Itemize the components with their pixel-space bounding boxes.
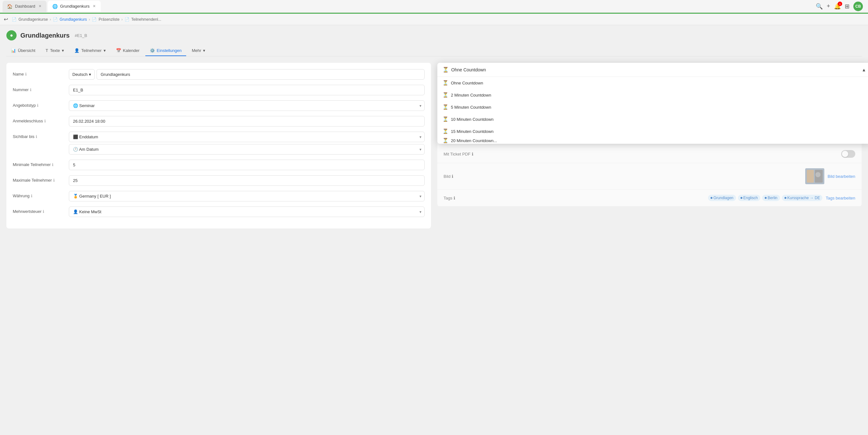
- control-mehrwertsteuer: 👤 Keine MwSt ▾: [69, 207, 425, 217]
- countdown-option-ohne[interactable]: ⏳ Ohne Countdown: [437, 77, 868, 89]
- help-icon-wahrung[interactable]: ℹ: [31, 194, 32, 198]
- control-min-teilnehmer: [69, 160, 425, 170]
- label-min-teilnehmer: Minimale Teilnehmer ℹ: [13, 160, 64, 167]
- tab-dashboard[interactable]: 🏠 Dashboard ✕: [3, 1, 46, 12]
- notification-button[interactable]: 🔔 1: [834, 3, 841, 10]
- tab-teilnehmer-icon: 👤: [74, 48, 80, 53]
- user-avatar[interactable]: CB: [853, 2, 863, 11]
- lang-chevron-icon: ▾: [89, 72, 91, 77]
- lang-select[interactable]: Deutsch ▾: [69, 69, 95, 80]
- label-max-teilnehmer: Maximale Teilnehmer ℹ: [13, 175, 64, 183]
- wahrung-select[interactable]: 🏅 Germany [ EUR ]: [69, 191, 425, 201]
- tab-texte-chevron: ▾: [62, 48, 64, 53]
- tab-grundlagenkurs-label: Grundlagenkurs: [60, 4, 90, 9]
- tab-einstellungen[interactable]: ⚙️ Einstellungen: [145, 45, 186, 56]
- help-icon-mehrwertsteuer[interactable]: ℹ: [43, 209, 44, 214]
- right-column: Countdown ℹ Freie Terminwahl ℹ Wartelist…: [437, 63, 862, 228]
- breadcrumb-icon-1: 📄: [12, 17, 17, 22]
- help-icon-name[interactable]: ℹ: [25, 72, 27, 76]
- tags-list: Grundlagen Englisch Berlin: [708, 195, 823, 201]
- min-teilnehmer-input[interactable]: [69, 160, 425, 170]
- notification-badge: 1: [838, 2, 842, 6]
- grundlagenkurs-tab-icon: 🌐: [52, 4, 58, 9]
- countdown-popup-trigger[interactable]: ⏳ Ohne Countdown ▲: [437, 63, 868, 77]
- mit-ticket-pdf-toggle-track[interactable]: [841, 150, 855, 158]
- tab-texte[interactable]: T Texte ▾: [41, 45, 68, 56]
- countdown-option-10min[interactable]: ⏳ 10 Minuten Countdown: [437, 113, 868, 125]
- countdown-option-5min[interactable]: ⏳ 5 Minuten Countdown: [437, 101, 868, 113]
- browser-chrome: 🏠 Dashboard ✕ 🌐 Grundlagenkurs ✕ 🔍 + 🔔 1…: [0, 0, 868, 13]
- countdown-option-20min[interactable]: ⏳ 20 Minuten Countdown...: [437, 137, 868, 144]
- control-max-teilnehmer: [69, 175, 425, 186]
- control-anmeldeschluss: [69, 116, 425, 126]
- bild-control: Bild bearbeiten: [805, 168, 855, 184]
- tag-berlin: Berlin: [762, 195, 780, 201]
- angebotstyp-select[interactable]: 🌐 Seminar: [69, 100, 425, 111]
- help-icon-bild[interactable]: ℹ: [452, 174, 453, 179]
- breadcrumb-label-3: Präsenzliste: [98, 17, 119, 22]
- sichtbar-bis-select-1[interactable]: ⬛ Enddatum: [69, 132, 425, 142]
- help-icon-min-teilnehmer[interactable]: ℹ: [52, 162, 54, 167]
- breadcrumb-item-teilnehmendenl[interactable]: 📄 Teilnehmendenl...: [125, 17, 161, 22]
- breadcrumb-label-4: Teilnehmendenl...: [131, 17, 161, 22]
- countdown-trigger-hourglass-icon: ⏳: [442, 67, 449, 73]
- countdown-trigger-value: Ohne Countdown: [452, 67, 486, 72]
- nummer-input[interactable]: [69, 85, 425, 95]
- search-button[interactable]: 🔍: [816, 3, 823, 10]
- help-icon-anmeldeschluss[interactable]: ℹ: [44, 119, 46, 123]
- countdown-option-2min[interactable]: ⏳ 2 Minuten Countdown: [437, 89, 868, 101]
- breadcrumb-icon-2: 📄: [53, 17, 58, 22]
- sichtbar-bis-value-1: ⬛ Enddatum: [73, 134, 98, 139]
- mit-ticket-pdf-toggle-thumb: [842, 151, 848, 157]
- help-icon-nummer[interactable]: ℹ: [30, 88, 32, 92]
- breadcrumb-item-grundlagenkurse[interactable]: 📄 Grundlagenkurse: [12, 17, 48, 22]
- help-icon-sichtbar-bis[interactable]: ℹ: [36, 134, 37, 139]
- name-input[interactable]: [97, 69, 425, 80]
- svg-point-3: [815, 172, 820, 177]
- tab-teilnehmer[interactable]: 👤 Teilnehmer ▾: [70, 45, 110, 56]
- max-teilnehmer-input[interactable]: [69, 175, 425, 186]
- mehrwertsteuer-select[interactable]: 👤 Keine MwSt: [69, 207, 425, 217]
- bild-edit-link[interactable]: Bild bearbeiten: [828, 174, 855, 179]
- tab-kalender[interactable]: 📅 Kalender: [112, 45, 144, 56]
- label-sichtbar-bis: Sichtbar bis ℹ: [13, 132, 64, 139]
- form-row-max-teilnehmer: Maximale Teilnehmer ℹ: [13, 175, 425, 186]
- mit-ticket-pdf-toggle[interactable]: [841, 150, 855, 158]
- tab-mehr[interactable]: Mehr ▾: [187, 45, 210, 56]
- control-wahrung: 🏅 Germany [ EUR ] ▾: [69, 191, 425, 201]
- tab-mehr-label: Mehr: [192, 48, 202, 53]
- tab-dashboard-label: Dashboard: [15, 4, 35, 9]
- tab-grundlagenkurs[interactable]: 🌐 Grundlagenkurs ✕: [48, 1, 101, 12]
- tab-ubersicht[interactable]: 📊 Übersicht: [6, 45, 40, 56]
- tag-grundlagen: Grundlagen: [708, 195, 736, 201]
- sichtbar-bis-select-2[interactable]: 🕐 Am Datum: [69, 144, 425, 155]
- help-icon-max-teilnehmer[interactable]: ℹ: [53, 178, 55, 183]
- breadcrumb-item-prasenzliste[interactable]: 📄 Präsenzliste: [92, 17, 119, 22]
- help-icon-angebotstyp[interactable]: ℹ: [37, 103, 38, 108]
- help-icon-mit-ticket-pdf[interactable]: ℹ: [472, 152, 473, 156]
- tags-edit-link[interactable]: Tags bearbeiten: [826, 196, 855, 200]
- control-name: Deutsch ▾: [69, 69, 425, 80]
- form-row-wahrung: Währung ℹ 🏅 Germany [ EUR ] ▾: [13, 191, 425, 201]
- countdown-option-15min[interactable]: ⏳ 15 Minuten Countdown: [437, 125, 868, 137]
- tab-dashboard-close[interactable]: ✕: [38, 3, 42, 9]
- breadcrumb-item-grundlagenkurs[interactable]: 📄 Grundlagenkurs: [53, 17, 87, 22]
- countdown-popup-wrapper: ⏳ Ohne Countdown ▲ ⏳ Ohne Countdown: [437, 63, 868, 144]
- bild-thumbnail: [805, 168, 824, 184]
- countdown-option-2min-label: 2 Minuten Countdown: [451, 93, 491, 97]
- panel-row-bild: Bild ℹ Bild bearbeiten: [437, 163, 862, 190]
- tag-englisch: Englisch: [738, 195, 760, 201]
- tab-grundlagenkurs-close[interactable]: ✕: [92, 3, 96, 9]
- grid-button[interactable]: ⊞: [845, 3, 849, 10]
- tab-ubersicht-icon: 📊: [11, 48, 16, 53]
- label-anmeldeschluss: Anmeldeschluss ℹ: [13, 116, 64, 123]
- anmeldeschluss-input[interactable]: [69, 116, 425, 126]
- breadcrumb-icon-3: 📄: [92, 17, 97, 22]
- add-button[interactable]: +: [827, 3, 830, 9]
- breadcrumb-label-2: Grundlagenkurs: [60, 17, 87, 22]
- breadcrumb-back[interactable]: ↩: [4, 16, 8, 22]
- tag-dot-berlin: [765, 197, 767, 199]
- countdown-popup: ⏳ Ohne Countdown ▲ ⏳ Ohne Countdown: [437, 63, 868, 144]
- hourglass-20min-icon: ⏳: [442, 138, 448, 144]
- panel-row-mit-ticket-pdf: Mit Ticket PDF ℹ: [437, 145, 862, 163]
